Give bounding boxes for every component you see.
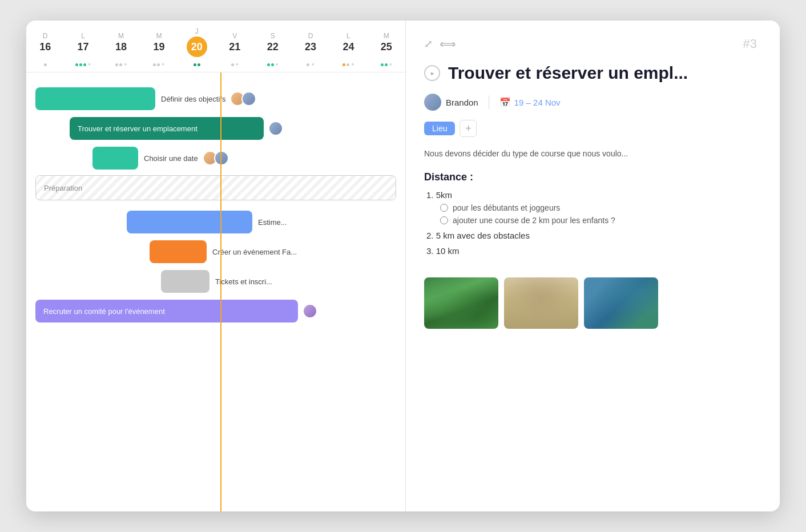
gantt-bar-estimer[interactable] — [127, 211, 252, 233]
sub-item-label-1-1: pour les débutants et joggeurs — [453, 203, 560, 212]
sub-item-1-1: pour les débutants et joggeurs — [440, 203, 761, 212]
day-number-21: 21 — [216, 41, 253, 53]
distance-section: Distance : 1. 5km pour les débutants et … — [424, 171, 761, 261]
day-col-23: D 23 — [292, 32, 329, 53]
gantt-bar-tickets[interactable] — [161, 270, 209, 293]
dots-16 — [26, 63, 64, 66]
dots-18: + — [102, 62, 140, 67]
checkbox-arrow-icon: ▸ — [431, 70, 434, 77]
gantt-label-tickets: Tickets et inscri... — [215, 277, 272, 286]
dots-17: + — [64, 62, 102, 67]
gantt-bar-definir[interactable] — [35, 87, 155, 110]
dot — [271, 63, 274, 66]
dots-21: + — [216, 62, 253, 67]
day-letter-d: D — [26, 32, 64, 40]
gantt-row-recruter: Recruter un comité pour l'événement — [26, 296, 405, 326]
task-tags: Lieu + — [424, 120, 761, 137]
dot-plus: + — [311, 62, 314, 67]
dot — [307, 63, 309, 66]
day-col-25: M 25 — [368, 32, 405, 53]
expand-icon[interactable]: ⟺ — [440, 37, 456, 51]
distance-item-1: 1. 5km pour les débutants et joggeurs aj… — [424, 190, 761, 225]
avatar-6 — [303, 304, 317, 319]
image-thumb-aerial[interactable] — [584, 277, 658, 329]
day-letter-m1: M — [102, 32, 140, 40]
dot — [44, 63, 47, 66]
preparation-bar[interactable]: Préparation — [35, 175, 396, 200]
task-title: Trouver et réserver un empl... — [448, 63, 688, 83]
dot — [75, 63, 78, 66]
preparation-label: Préparation — [44, 184, 82, 192]
tag-lieu[interactable]: Lieu — [424, 122, 455, 135]
add-tag-button[interactable]: + — [460, 120, 477, 137]
image-thumb-sculpture[interactable] — [504, 277, 578, 329]
calendar-icon: 📅 — [499, 97, 511, 108]
dot — [231, 63, 234, 66]
image-thumb-forest[interactable] — [424, 277, 498, 329]
distance-item-2: 2. 5 km avec des obstacles — [424, 231, 761, 240]
gantt-bar-trouver-label: Trouver et réserver un emplacement — [78, 124, 198, 133]
task-checkbox[interactable]: ▸ — [424, 65, 440, 81]
distance-label-1: 1. 5km — [426, 190, 452, 200]
dot-plus: + — [162, 62, 164, 67]
gantt-row-choisir: Choisir une date — [26, 143, 405, 173]
sub-bullet-icon-2 — [440, 216, 448, 224]
dot — [194, 63, 196, 66]
distance-label-3: 3. 10 km — [426, 246, 460, 256]
day-dots-row: + + + + — [26, 59, 405, 72]
gantt-label-estimer: Estime... — [258, 218, 287, 227]
bar-section-8: Recruter un comité pour l'événement — [35, 300, 317, 323]
bar-section-5: Estime... — [127, 211, 287, 233]
dots-20 — [178, 63, 216, 66]
gantt-bar-trouver[interactable]: Trouver et réserver un emplacement — [70, 117, 264, 140]
avatar-stack-8 — [303, 304, 317, 319]
task-date[interactable]: 📅 19 – 24 Nov — [499, 97, 561, 108]
day-letter-m2: M — [140, 32, 178, 40]
sub-list-1: pour les débutants et joggeurs ajouter u… — [426, 203, 761, 225]
day-col-21: V 21 — [216, 32, 253, 53]
day-letter-d2: D — [292, 32, 329, 40]
sub-bullet-icon — [440, 204, 448, 212]
gantt-row-estimer: Estime... — [26, 207, 405, 237]
detail-panel: ⤢ ⟺ #3 ▸ Trouver et réserver un empl... … — [406, 21, 780, 511]
gantt-body: Définir des objectifs Trouver et réserve… — [26, 72, 405, 511]
dot — [79, 63, 82, 66]
assignee-name: Brandon — [446, 98, 478, 107]
gantt-label-definir: Définir des objectifs — [161, 95, 225, 103]
day-col-16: D 16 — [26, 32, 64, 53]
dot — [157, 63, 160, 66]
distance-list: 1. 5km pour les débutants et joggeurs aj… — [424, 190, 761, 256]
distance-label-2: 2. 5 km avec des obstacles — [426, 231, 530, 240]
task-assignee: Brandon — [424, 94, 478, 111]
gantt-label-choisir: Choisir une date — [144, 154, 198, 163]
gantt-bar-recruter[interactable]: Recruter un comité pour l'événement — [35, 300, 298, 323]
dots-24: + — [329, 62, 367, 67]
dot — [381, 63, 384, 66]
bar-section-1: Définir des objectifs — [35, 87, 256, 110]
task-description: Nous devons décider du type de course qu… — [424, 147, 761, 160]
dot — [346, 63, 349, 66]
dot — [119, 63, 122, 66]
sub-item-1-2: ajouter une course de 2 km pour les enfa… — [440, 216, 761, 225]
task-meta: Brandon 📅 19 – 24 Nov — [424, 94, 761, 111]
day-number-19: 19 — [140, 41, 178, 53]
gantt-bar-choisir[interactable] — [92, 147, 138, 170]
collapse-icon[interactable]: ⤢ — [424, 38, 433, 50]
gantt-panel: D 16 L 17 M 18 M 19 — [26, 21, 406, 511]
dot-plus: + — [276, 62, 279, 67]
sub-item-label-1-2: ajouter une course de 2 km pour les enfa… — [453, 216, 615, 225]
gantt-bar-creer[interactable] — [150, 240, 207, 263]
bar-section-7: Tickets et inscri... — [161, 270, 272, 293]
day-letter-j: J — [178, 27, 216, 35]
day-number-17: 17 — [64, 41, 102, 53]
gantt-bar-recruter-label: Recruter un comité pour l'événement — [43, 307, 165, 316]
task-number: #3 — [743, 37, 757, 51]
avatar-2 — [241, 91, 256, 106]
dot-plus: + — [124, 62, 127, 67]
day-number-25: 25 — [368, 41, 405, 53]
dot — [385, 63, 388, 66]
day-number-18: 18 — [102, 41, 140, 53]
gantt-label-creer: Créer un événement Fa... — [212, 248, 297, 256]
avatar-stack-3 — [203, 151, 229, 166]
bar-section-6: Créer un événement Fa... — [150, 240, 297, 263]
